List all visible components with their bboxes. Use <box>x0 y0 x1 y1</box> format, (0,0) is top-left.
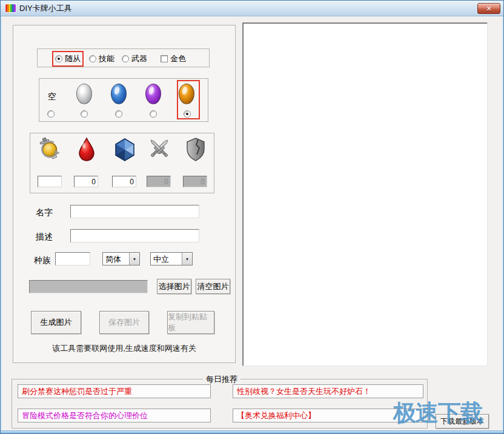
radio-spell-label: 技能 <box>99 53 114 64</box>
image-path-field <box>29 280 148 293</box>
armor-shield-icon <box>182 136 209 163</box>
radio-minion[interactable]: 随从 <box>52 51 84 67</box>
durability-swords-icon <box>146 136 173 163</box>
rarity-none-label: 空 <box>48 92 56 102</box>
window-title: DIY卡牌小工具 <box>19 3 72 14</box>
save-image-button: 保存图片 <box>99 311 149 334</box>
app-icon <box>5 4 16 12</box>
health-drop-icon <box>73 136 100 163</box>
radio-icon <box>122 55 129 62</box>
health-value-field[interactable] <box>74 176 98 187</box>
race-input[interactable] <box>55 252 90 265</box>
radio-rarity-blue[interactable] <box>115 110 122 118</box>
radio-icon <box>89 55 96 62</box>
app-window: DIY卡牌小工具 ✕ 随从 技能 武器 金色 空 <box>0 0 504 434</box>
checkbox-golden[interactable]: 金色 <box>161 53 186 64</box>
daily-link[interactable]: 冒险模式价格是否符合你的心理价位 <box>18 409 211 422</box>
silver-gem-icon <box>76 84 92 104</box>
radio-spell[interactable]: 技能 <box>89 53 114 64</box>
radio-minion-label: 随从 <box>65 53 81 64</box>
download-latest-button[interactable]: 下载最新版本 <box>436 414 489 429</box>
language-dropdown-value: 简体 <box>103 253 129 265</box>
blue-gem-icon <box>111 84 127 104</box>
window-bottom-border <box>1 430 504 433</box>
chevron-down-icon[interactable]: ▼ <box>182 253 192 265</box>
close-button[interactable]: ✕ <box>477 3 500 14</box>
select-image-button[interactable]: 选择图片 <box>157 279 191 294</box>
radio-rarity-silver[interactable] <box>81 110 88 118</box>
language-dropdown[interactable]: 简体 ▼ <box>102 252 140 265</box>
purple-gem-icon <box>145 84 161 104</box>
mana-value-field[interactable] <box>112 176 136 187</box>
clear-image-button[interactable]: 清空图片 <box>196 279 230 294</box>
generate-image-button[interactable]: 生成图片 <box>31 311 81 334</box>
name-input[interactable] <box>70 205 199 218</box>
class-dropdown[interactable]: 中立 ▼ <box>150 252 193 265</box>
copy-to-clipboard-button: 复制到粘贴板 <box>167 311 214 334</box>
description-label: 描述 <box>36 232 53 242</box>
radio-rarity-none[interactable] <box>47 110 55 118</box>
name-label: 名字 <box>36 207 53 218</box>
checkbox-icon <box>161 55 168 62</box>
title-bar[interactable]: DIY卡牌小工具 ✕ <box>1 1 504 16</box>
chevron-down-icon[interactable]: ▼ <box>129 253 139 265</box>
card-preview-area <box>242 22 488 366</box>
rarity-selection-highlight <box>177 80 200 119</box>
daily-link[interactable]: 【奥术兑换福利中心】 <box>233 409 423 422</box>
attack-dagger-icon <box>37 136 64 163</box>
description-input[interactable] <box>70 229 199 242</box>
radio-weapon-label: 武器 <box>131 53 147 64</box>
daily-link[interactable]: 刷分禁赛这种惩罚是否过于严重 <box>18 384 211 398</box>
radio-weapon[interactable]: 武器 <box>122 53 147 64</box>
network-note: 该工具需要联网使用,生成速度和网速有关 <box>13 343 236 354</box>
daily-link[interactable]: 性别歧视？女生是否天生玩不好炉石！ <box>233 384 423 398</box>
mana-crystal-icon <box>111 136 138 163</box>
attack-value-field[interactable] <box>38 176 62 187</box>
checkbox-golden-label: 金色 <box>170 53 186 64</box>
radio-icon <box>55 55 62 62</box>
durability-value-field <box>147 176 171 187</box>
class-dropdown-value: 中立 <box>151 253 182 265</box>
armor-value-field <box>183 176 207 187</box>
radio-rarity-purple[interactable] <box>150 110 157 118</box>
race-label: 种族 <box>34 255 51 266</box>
daily-recommend-title: 每日推荐 <box>203 374 240 385</box>
